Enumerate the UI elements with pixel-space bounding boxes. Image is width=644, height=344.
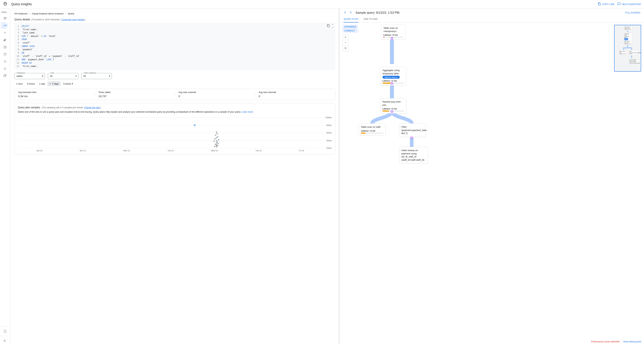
- view-compact[interactable]: COMPACT: [343, 29, 358, 33]
- svg-rect-3: [4, 54, 6, 55]
- connector-icon: [391, 82, 393, 85]
- check-icon: ✓: [49, 82, 51, 85]
- stat-times-label: Times called: [98, 91, 171, 94]
- time-6h[interactable]: 6 hours: [25, 81, 37, 86]
- stat-scanned-value: 0: [178, 95, 251, 98]
- sample-dot[interactable]: [217, 136, 218, 137]
- plan-node-aggregate[interactable]: Aggregate using temporary table Highest …: [380, 67, 406, 86]
- zoom-reset-button[interactable]: ⟲: [343, 46, 348, 51]
- time-1d[interactable]: 1 day: [38, 81, 47, 86]
- scrollbar[interactable]: [338, 9, 340, 344]
- sidebar-item-replicas[interactable]: [1, 58, 8, 65]
- right-panel: Sample query: 9/13/22, 1:53 PM FULLSCREE…: [340, 9, 644, 344]
- connector-icon: [391, 37, 393, 40]
- breadcrumb-instance[interactable]: mysql-instance-demo-instance: [32, 12, 64, 15]
- learn-more-link[interactable]: Learn more: [242, 111, 253, 113]
- tab-query-plan[interactable]: QUERY PLAN: [344, 16, 358, 23]
- sample-dot[interactable]: [217, 145, 218, 146]
- view-toggle: EXPANDED COMPACT: [343, 25, 358, 33]
- perf-alert: Performance issues detected!: [591, 340, 620, 343]
- copy-link-button[interactable]: COPY LINK: [598, 2, 614, 6]
- plan-node-tempscan[interactable]: Table scan on <temporary> Latency: <1 ms: [381, 25, 406, 40]
- topbar: Query insights COPY LINK HELP ASSISTANT: [0, 0, 644, 9]
- sidebar-item-insights[interactable]: [1, 22, 8, 29]
- sidebar-item-settings[interactable]: [1, 73, 8, 79]
- sample-dot[interactable]: [216, 132, 217, 133]
- sample-dot[interactable]: [216, 146, 217, 148]
- zoom-in-button[interactable]: +: [343, 35, 348, 40]
- stat-exec-value: 0.34 ms: [18, 95, 91, 98]
- view-expanded[interactable]: EXPANDED: [343, 25, 358, 29]
- help-assistant-button[interactable]: HELP ASSISTANT: [618, 2, 641, 6]
- chevron-down-icon: ▾: [72, 82, 73, 85]
- plan-node-join[interactable]: Nested loop inner join Latency: <1 ms: [380, 98, 406, 114]
- stat-times-value: 19,737: [98, 95, 171, 98]
- chevron-right-icon: ›: [29, 12, 30, 15]
- sidebar-expand-toggle[interactable]: [1, 337, 8, 344]
- tab-end-to-end[interactable]: END TO END: [363, 16, 378, 23]
- chevron-down-icon: ▾: [42, 75, 43, 77]
- sample-dot[interactable]: [217, 133, 218, 134]
- stat-scanned-label: Avg rows scanned: [178, 91, 251, 94]
- change-rate-link[interactable]: Change the rate.: [84, 106, 100, 109]
- time-custom[interactable]: Custom▾: [61, 81, 75, 86]
- client-select[interactable]: Client address All ▾: [81, 73, 112, 79]
- stats-card: Avg execution time0.34 ms Times called19…: [14, 89, 335, 100]
- time-1h[interactable]: 1 hour: [14, 81, 25, 86]
- collapse-code-icon[interactable]: ⌃⌃: [332, 24, 333, 29]
- zoom-out-button[interactable]: −: [343, 40, 348, 46]
- sidebar-item-backups[interactable]: [1, 51, 8, 58]
- chevron-down-icon: ▾: [109, 75, 110, 77]
- sample-dot[interactable]: [216, 142, 217, 143]
- plan-node-filter[interactable]: Filter: (payment.payment_date like ?): [399, 123, 426, 137]
- left-panel: All instances › mysql-instance-demo-inst…: [10, 9, 340, 344]
- breadcrumb-all-instances[interactable]: All instances: [14, 12, 28, 15]
- page-title: Query insights: [11, 2, 594, 6]
- sidebar-heading: PRIM…: [0, 10, 10, 15]
- sample-dot[interactable]: [214, 141, 215, 142]
- stat-returned-label: Avg rows returned: [259, 91, 332, 94]
- product-logo-icon: [3, 2, 8, 7]
- sample-dot[interactable]: [194, 124, 196, 126]
- connector-icon: [391, 110, 393, 113]
- breadcrumb: All instances › mysql-instance-demo-inst…: [10, 9, 340, 17]
- sidebar-item-overview[interactable]: [1, 15, 8, 22]
- minimap[interactable]: Table scan on <temporary>Latency:<1 ms A…: [614, 25, 641, 72]
- time-7d[interactable]: ✓7 days: [48, 81, 60, 86]
- database-select[interactable]: Database sakila ▾: [14, 73, 45, 79]
- sample-dot[interactable]: [218, 143, 219, 144]
- sample-dot[interactable]: [215, 135, 216, 136]
- copy-code-icon[interactable]: [327, 24, 330, 29]
- sidebar-item-notes[interactable]: [1, 328, 8, 334]
- breadcrumb-current: Query: [68, 12, 74, 15]
- chevron-down-icon: ▾: [76, 75, 77, 77]
- connector-icon: [410, 137, 413, 139]
- next-sample-button[interactable]: [349, 11, 352, 15]
- sample-dot[interactable]: [214, 138, 216, 140]
- chevron-right-icon: ›: [66, 12, 66, 15]
- user-select[interactable]: User All ▾: [48, 73, 78, 79]
- sample-dot[interactable]: [216, 137, 217, 139]
- copy-icon: [598, 2, 601, 6]
- stat-returned-value: 0: [259, 95, 332, 98]
- sidebar-item-operations[interactable]: [1, 66, 8, 72]
- plan-node-staffscan[interactable]: Table scan on staff Latency: <1 ms: [359, 123, 386, 136]
- sample-dot[interactable]: [218, 139, 219, 140]
- sample-dot[interactable]: [216, 140, 217, 141]
- prev-sample-button[interactable]: [344, 11, 347, 15]
- sample-title: Sample query: 9/13/22, 1:53 PM: [356, 11, 622, 15]
- plan-canvas[interactable]: EXPANDED COMPACT + − ⟲: [340, 23, 644, 344]
- plan-node-indexlookup[interactable]: Index lookup on payment using idx_fk_sta…: [399, 147, 428, 163]
- show-debug-link[interactable]: Show debug panel: [623, 340, 641, 343]
- sidebar: PRIM…: [0, 9, 10, 344]
- sidebar-item-databases[interactable]: [1, 44, 8, 50]
- stat-exec-label: Avg execution time: [18, 91, 91, 94]
- sidebar-item-users[interactable]: [1, 37, 8, 43]
- customize-length-link[interactable]: Customize query length.: [61, 18, 84, 21]
- fullscreen-button[interactable]: FULLSCREEN: [625, 12, 640, 14]
- samples-chart[interactable]: 1000us800us600us400us200usSat 10Sun 11Mo…: [18, 116, 332, 152]
- sample-dot[interactable]: [214, 146, 215, 147]
- zoom-controls: + − ⟲: [343, 35, 348, 51]
- sidebar-item-connections[interactable]: [1, 30, 8, 36]
- chat-icon: [618, 2, 621, 6]
